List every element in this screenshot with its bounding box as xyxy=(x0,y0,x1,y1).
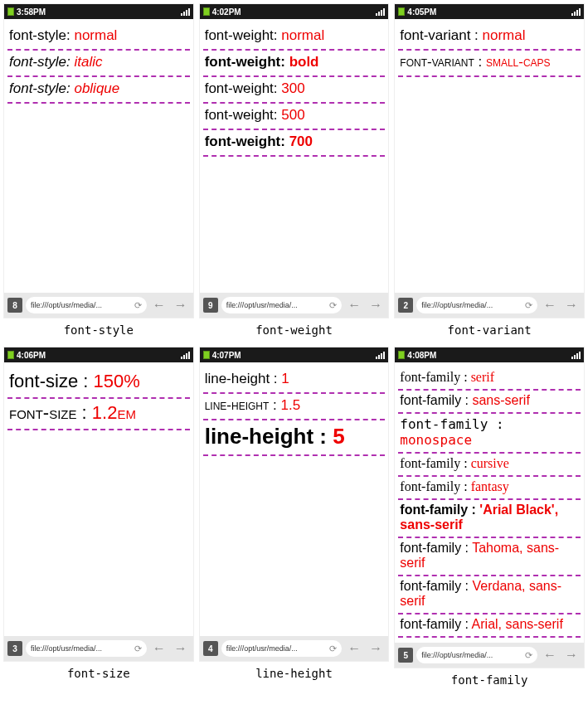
css-demo-row: font-family : cursive xyxy=(398,454,581,477)
css-demo-row: font-family : serif xyxy=(398,367,581,391)
tab-count-button[interactable]: 8 xyxy=(7,298,22,313)
forward-button[interactable]: → xyxy=(172,298,190,313)
phone-screen: 4:05PM font-variant : normalfont-variant… xyxy=(394,3,585,318)
tab-count-button[interactable]: 9 xyxy=(203,298,218,313)
screenshot-caption: font-family xyxy=(394,668,585,692)
reload-icon[interactable]: ⟳ xyxy=(134,300,142,311)
status-bar: 4:05PM xyxy=(395,4,584,19)
battery-icon xyxy=(7,351,14,359)
css-demo-row: font-family : sans-serif xyxy=(398,391,581,414)
tab-count-button[interactable]: 3 xyxy=(7,641,22,656)
url-bar[interactable]: file:///opt/usr/media/...⟳ xyxy=(221,640,343,657)
signal-icon xyxy=(181,352,190,359)
clock-time: 4:07PM xyxy=(212,351,377,360)
tab-count-button[interactable]: 5 xyxy=(398,648,413,663)
css-demo-row: font-family : 'Arial Black', sans-serif xyxy=(398,500,581,538)
page-content: font-style: normalfont-style: italicfont… xyxy=(4,19,193,293)
battery-icon xyxy=(398,351,405,359)
back-button[interactable]: ← xyxy=(541,648,559,663)
property-label: font-weight: xyxy=(205,107,282,123)
clock-time: 3:58PM xyxy=(17,7,181,17)
property-value: normal xyxy=(281,27,324,43)
status-bar: 4:02PM xyxy=(200,4,389,19)
css-demo-row: font-family : monospace xyxy=(398,414,581,454)
url-bar[interactable]: file:///opt/usr/media/...⟳ xyxy=(416,647,537,663)
css-demo-row: font-style: oblique xyxy=(7,77,190,104)
screenshot-caption: font-weight xyxy=(199,318,390,342)
forward-button[interactable]: → xyxy=(562,648,581,663)
signal-icon xyxy=(571,8,581,16)
page-content: font-weight: normalfont-weight: boldfont… xyxy=(200,19,389,293)
forward-button[interactable]: → xyxy=(367,641,385,656)
css-demo-row: font-family : Verdana, sans-serif xyxy=(398,576,581,614)
browser-toolbar: 9 file:///opt/usr/media/...⟳ ← → xyxy=(200,293,389,318)
css-demo-row: font-family : fantasy xyxy=(398,477,581,500)
back-button[interactable]: ← xyxy=(345,641,363,656)
property-label: line-height : xyxy=(205,397,281,413)
css-demo-row: font-weight: normal xyxy=(203,24,386,51)
css-demo-row: font-style: normal xyxy=(7,24,190,51)
property-value: small-caps xyxy=(486,54,551,70)
property-label: font-family : xyxy=(400,479,470,493)
property-label: font-weight: xyxy=(205,54,289,70)
property-label: font-variant : xyxy=(400,54,486,70)
phone-screen: 4:07PM line-height : 1line-height : 1.5l… xyxy=(199,347,390,662)
tab-count-button[interactable]: 4 xyxy=(203,641,218,656)
forward-button[interactable]: → xyxy=(562,298,581,313)
css-demo-row: font-weight: 700 xyxy=(203,130,386,157)
tab-count-button[interactable]: 2 xyxy=(398,298,413,313)
reload-icon[interactable]: ⟳ xyxy=(525,650,532,661)
battery-icon xyxy=(398,7,405,16)
reload-icon[interactable]: ⟳ xyxy=(329,644,337,654)
property-value: Arial, sans-serif xyxy=(472,617,563,631)
css-demo-row: font-size : 150% xyxy=(7,367,190,399)
back-button[interactable]: ← xyxy=(150,641,168,656)
clock-time: 4:05PM xyxy=(407,7,571,17)
property-value: normal xyxy=(74,27,117,43)
property-value: cursive xyxy=(471,456,509,470)
property-label: font-weight: xyxy=(205,27,282,43)
property-label: font-style: xyxy=(9,54,74,70)
css-demo-row: font-weight: 300 xyxy=(203,77,386,104)
property-value: 1.2em xyxy=(92,402,136,423)
property-label: font-style: xyxy=(9,80,74,96)
forward-button[interactable]: → xyxy=(367,298,385,313)
property-label: font-weight: xyxy=(205,80,282,96)
phone-screen: 3:58PM font-style: normalfont-style: ita… xyxy=(3,3,194,318)
signal-icon xyxy=(181,8,190,16)
property-label: font-size : xyxy=(9,371,93,391)
page-content: line-height : 1line-height : 1.5line-hei… xyxy=(200,362,389,636)
screenshot-caption: font-size xyxy=(3,662,194,685)
url-bar[interactable]: file:///opt/usr/media/...⟳ xyxy=(221,297,343,313)
back-button[interactable]: ← xyxy=(345,298,363,313)
back-button[interactable]: ← xyxy=(150,298,168,313)
css-demo-row: line-height : 1 xyxy=(203,367,386,394)
css-demo-row: font-weight: bold xyxy=(203,51,386,77)
page-content: font-size : 150%font-size : 1.2em xyxy=(4,362,193,636)
browser-toolbar: 2 file:///opt/usr/media/...⟳ ← → xyxy=(395,293,584,318)
reload-icon[interactable]: ⟳ xyxy=(525,300,532,311)
property-value: bold xyxy=(289,54,319,70)
back-button[interactable]: ← xyxy=(541,298,559,313)
property-value: italic xyxy=(74,54,102,70)
css-demo-row: font-family : Arial, sans-serif xyxy=(398,614,581,638)
signal-icon xyxy=(571,352,581,359)
property-value: 300 xyxy=(281,80,304,96)
property-label: font-family : xyxy=(400,416,503,432)
url-bar[interactable]: file:///opt/usr/media/...⟳ xyxy=(26,297,147,313)
url-bar[interactable]: file:///opt/usr/media/...⟳ xyxy=(26,640,147,657)
property-label: font-family : xyxy=(400,541,472,555)
property-value: 1 xyxy=(281,371,289,386)
forward-button[interactable]: → xyxy=(172,641,190,656)
reload-icon[interactable]: ⟳ xyxy=(329,300,337,311)
status-bar: 4:07PM xyxy=(200,347,389,362)
screenshot-caption: font-style xyxy=(3,318,194,342)
phone-screen: 4:06PM font-size : 150%font-size : 1.2em… xyxy=(3,347,194,662)
signal-icon xyxy=(376,8,385,16)
battery-icon xyxy=(203,7,210,16)
url-bar[interactable]: file:///opt/usr/media/...⟳ xyxy=(416,297,537,313)
property-value: 1.5 xyxy=(281,397,301,413)
page-content: font-family : seriffont-family : sans-se… xyxy=(395,362,584,643)
reload-icon[interactable]: ⟳ xyxy=(134,644,142,654)
clock-time: 4:08PM xyxy=(407,351,571,360)
